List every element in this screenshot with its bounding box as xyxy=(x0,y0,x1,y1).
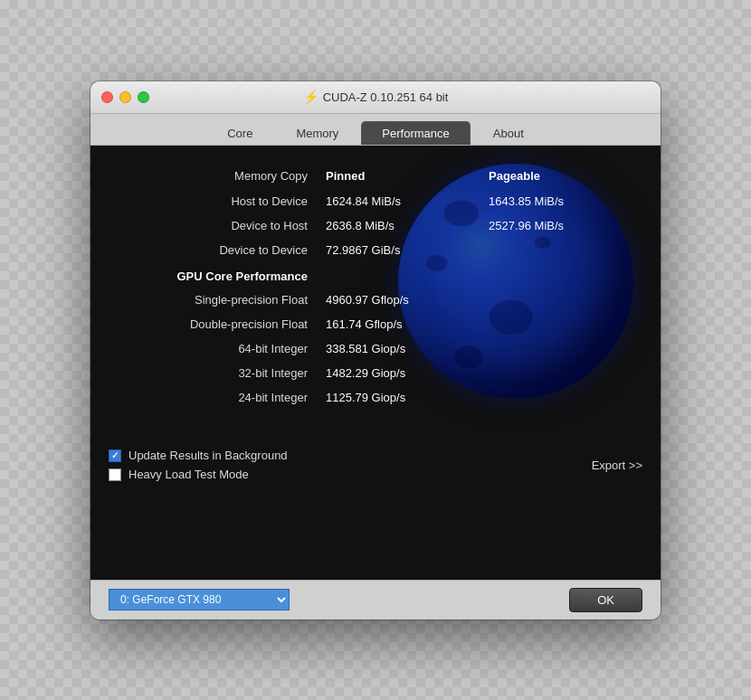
heavy-load-label: Heavy Load Test Mode xyxy=(128,468,249,481)
host-to-device-label: Host to Device xyxy=(118,193,317,212)
checkmark-icon: ✓ xyxy=(111,450,119,460)
device-to-host-pinned: 2636.8 MiB/s xyxy=(317,217,480,236)
device-to-device-pageable xyxy=(480,241,642,260)
checkboxes-group: ✓ Update Results in Background Heavy Loa… xyxy=(109,449,288,481)
table-row: 24-bit Integer 1125.79 Giop/s xyxy=(118,389,633,408)
table-row: 64-bit Integer 338.581 Giop/s xyxy=(118,340,633,359)
int24-value: 1125.79 Giop/s xyxy=(317,389,480,408)
heavy-load-checkbox-row[interactable]: Heavy Load Test Mode xyxy=(109,468,288,481)
content-controls: ✓ Update Results in Background Heavy Loa… xyxy=(90,430,661,495)
table-row: 32-bit Integer 1482.29 Giop/s xyxy=(118,364,633,383)
tab-memory[interactable]: Memory xyxy=(275,121,359,145)
int64-value: 338.581 Giop/s xyxy=(317,340,480,359)
table-row: Device to Device 72.9867 GiB/s xyxy=(118,241,633,260)
device-to-host-label: Device to Host xyxy=(118,217,317,236)
update-bg-checkbox-row[interactable]: ✓ Update Results in Background xyxy=(109,449,288,462)
traffic-lights xyxy=(101,91,149,103)
footer-bar: 0: GeForce GTX 980 OK xyxy=(90,580,661,620)
int64-label: 64-bit Integer xyxy=(118,340,317,359)
table-header: Memory Copy Pinned Pageable xyxy=(118,167,633,186)
col-memorycopy-header: Memory Copy xyxy=(118,167,317,186)
tab-about[interactable]: About xyxy=(472,121,545,145)
heavy-load-checkbox[interactable] xyxy=(109,468,121,481)
device-to-host-pageable: 2527.96 MiB/s xyxy=(480,217,642,236)
maximize-button[interactable] xyxy=(138,91,149,103)
double-float-label: Double-precision Float xyxy=(118,316,317,335)
tab-core[interactable]: Core xyxy=(206,121,273,145)
device-selector[interactable]: 0: GeForce GTX 980 xyxy=(109,589,290,610)
col-pinned-header: Pinned xyxy=(317,167,480,186)
table-row: Single-precision Float 4960.97 Gflop/s xyxy=(118,291,633,310)
export-button[interactable]: Export >> xyxy=(592,459,642,472)
int24-label: 24-bit Integer xyxy=(118,389,317,408)
window-title: ⚡ CUDA-Z 0.10.251 64 bit xyxy=(303,90,449,104)
double-float-value: 161.74 Gflop/s xyxy=(317,316,480,335)
update-bg-checkbox[interactable]: ✓ xyxy=(109,449,121,462)
update-bg-label: Update Results in Background xyxy=(128,449,288,462)
close-button[interactable] xyxy=(101,91,113,103)
single-float-label: Single-precision Float xyxy=(118,291,317,310)
device-to-device-label: Device to Device xyxy=(118,241,317,260)
table-row: Double-precision Float 161.74 Gflop/s xyxy=(118,316,633,335)
int32-value: 1482.29 Giop/s xyxy=(317,364,480,383)
col-pageable-header: Pageable xyxy=(480,167,642,186)
host-to-device-pageable: 1643.85 MiB/s xyxy=(480,193,642,212)
titlebar: ⚡ CUDA-Z 0.10.251 64 bit xyxy=(90,81,661,114)
table-row: Host to Device 1624.84 MiB/s 1643.85 MiB… xyxy=(118,193,633,212)
content-area: Memory Copy Pinned Pageable Host to Devi… xyxy=(90,146,661,580)
performance-data: Memory Copy Pinned Pageable Host to Devi… xyxy=(90,146,661,431)
table-row: Device to Host 2636.8 MiB/s 2527.96 MiB/… xyxy=(118,217,633,236)
gpu-section-label: GPU Core Performance xyxy=(118,268,317,287)
device-to-device-pinned: 72.9867 GiB/s xyxy=(317,241,480,260)
tabs-bar: Core Memory Performance About xyxy=(90,114,661,146)
minimize-button[interactable] xyxy=(119,91,131,103)
tab-performance[interactable]: Performance xyxy=(361,121,470,145)
gpu-section-header: GPU Core Performance xyxy=(118,268,633,287)
int32-label: 32-bit Integer xyxy=(118,364,317,383)
single-float-value: 4960.97 Gflop/s xyxy=(317,291,480,310)
host-to-device-pinned: 1624.84 MiB/s xyxy=(317,193,480,212)
ok-button[interactable]: OK xyxy=(569,588,642,612)
app-icon: ⚡ xyxy=(303,90,318,104)
main-window: ⚡ CUDA-Z 0.10.251 64 bit Core Memory Per… xyxy=(90,81,661,620)
